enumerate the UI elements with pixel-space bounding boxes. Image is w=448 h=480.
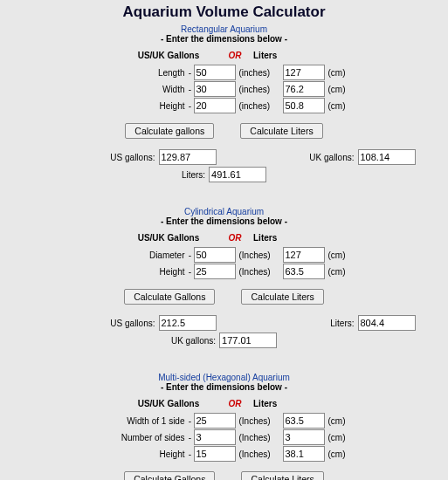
section-rectangular: Rectangular Aquarium - Enter the dimensi… (0, 24, 448, 182)
dash: - (187, 68, 194, 78)
header-or: OR (217, 399, 253, 408)
unit-cm: (cm) (325, 449, 358, 459)
hex-height-label: Height (91, 449, 187, 459)
rect-row-height: Height - (inches) (cm) (91, 98, 358, 113)
rect-width-in[interactable] (194, 81, 236, 97)
cyl-calculate-gallons-button[interactable]: Calculate Gallons (124, 289, 215, 305)
rect-header-row: US/UK Gallons OR Liters (0, 51, 448, 60)
unit-inches: (Inches) (236, 433, 283, 442)
header-liters: Liters (253, 233, 327, 243)
rect-us-gallons-label: US gallons: (33, 153, 159, 162)
rect-liters-output[interactable] (209, 167, 266, 182)
rect-width-label: Width (91, 85, 187, 94)
rect-liters-label: Liters: (182, 170, 209, 180)
header-liters: Liters (253, 51, 327, 60)
dash: - (187, 433, 194, 442)
cyl-us-gallons-output[interactable] (159, 315, 217, 331)
hex-height-in[interactable] (194, 446, 236, 462)
header-usuk: US/UK Gallons (121, 51, 217, 60)
rect-title: Rectangular Aquarium (0, 24, 448, 34)
dash: - (187, 85, 194, 94)
hex-sides-label: Number of sides (91, 433, 187, 442)
cyl-row-diameter: Diameter - (Inches) (cm) (91, 247, 358, 263)
hex-row-height: Height - (Inches) (cm) (91, 446, 358, 462)
rect-length-cm[interactable] (283, 65, 325, 80)
page-title: Aquarium Volume Calculator (0, 3, 448, 21)
unit-inches: (inches) (236, 101, 283, 111)
unit-cm: (cm) (325, 250, 358, 260)
cyl-uk-gallons-label: UK gallons: (171, 336, 219, 346)
cyl-liters-output[interactable] (358, 315, 416, 331)
unit-inches: (inches) (236, 85, 283, 94)
unit-inches: (Inches) (236, 250, 283, 260)
hex-calculate-liters-button[interactable]: Calculate Liters (241, 471, 323, 480)
unit-cm: (cm) (325, 68, 358, 78)
hex-title: Multi-sided (Hexagonal) Aquarium (0, 373, 448, 382)
rect-instruction: - Enter the dimensions below - (0, 34, 448, 44)
cyl-height-label: Height (91, 267, 187, 277)
rect-calculate-liters-button[interactable]: Calculate Liters (240, 123, 322, 139)
rect-height-label: Height (91, 101, 187, 111)
cyl-diameter-cm[interactable] (283, 247, 325, 263)
section-cylindrical: Cylindrical Aquarium - Enter the dimensi… (0, 207, 448, 348)
dash: - (187, 416, 194, 426)
cyl-calculate-liters-button[interactable]: Calculate Liters (241, 289, 323, 305)
rect-row-length: Length - (inches) (cm) (91, 65, 358, 80)
unit-inches: (Inches) (236, 449, 283, 459)
cyl-liters-label: Liters: (241, 319, 358, 328)
hex-instruction: - Enter the dimensions below - (0, 382, 448, 392)
header-usuk: US/UK Gallons (121, 399, 217, 408)
rect-calculate-gallons-button[interactable]: Calculate gallons (125, 123, 214, 139)
hex-height-cm[interactable] (283, 446, 325, 462)
rect-us-gallons-output[interactable] (159, 149, 217, 165)
cyl-diameter-in[interactable] (194, 247, 236, 263)
dash: - (187, 101, 194, 111)
rect-length-label: Length (91, 68, 187, 78)
hex-header-row: US/UK Gallons OR Liters (0, 399, 448, 408)
cyl-title: Cylindrical Aquarium (0, 207, 448, 216)
hex-row-sides: Number of sides - (Inches) (cm) (91, 429, 358, 445)
header-liters: Liters (253, 399, 327, 408)
rect-height-cm[interactable] (283, 98, 325, 113)
cyl-us-gallons-label: US gallons: (33, 319, 159, 328)
hex-calculate-gallons-button[interactable]: Calculate Gallons (124, 471, 215, 480)
rect-width-cm[interactable] (283, 81, 325, 97)
rect-uk-gallons-label: UK gallons: (241, 153, 358, 162)
hex-side-in[interactable] (194, 413, 236, 429)
rect-length-in[interactable] (194, 65, 236, 80)
header-usuk: US/UK Gallons (121, 233, 217, 243)
unit-inches: (Inches) (236, 416, 283, 426)
hex-sides-in[interactable] (194, 429, 236, 445)
cyl-instruction: - Enter the dimensions below - (0, 216, 448, 226)
section-hexagonal: Multi-sided (Hexagonal) Aquarium - Enter… (0, 373, 448, 480)
cyl-uk-gallons-output[interactable] (219, 333, 277, 348)
hex-sides-cm[interactable] (283, 429, 325, 445)
rect-row-width: Width - (inches) (cm) (91, 81, 358, 97)
unit-inches: (Inches) (236, 267, 283, 277)
cyl-header-row: US/UK Gallons OR Liters (0, 233, 448, 243)
rect-height-in[interactable] (194, 98, 236, 113)
cyl-height-cm[interactable] (283, 264, 325, 279)
unit-cm: (cm) (325, 101, 358, 111)
dash: - (187, 267, 194, 277)
header-or: OR (217, 233, 253, 243)
unit-inches: (inches) (236, 68, 283, 78)
hex-side-cm[interactable] (283, 413, 325, 429)
cyl-height-in[interactable] (194, 264, 236, 279)
unit-cm: (cm) (325, 416, 358, 426)
unit-cm: (cm) (325, 267, 358, 277)
hex-side-label: Width of 1 side (91, 416, 187, 426)
unit-cm: (cm) (325, 433, 358, 442)
rect-uk-gallons-output[interactable] (358, 149, 416, 165)
cyl-diameter-label: Diameter (91, 250, 187, 260)
cyl-row-height: Height - (Inches) (cm) (91, 264, 358, 279)
header-or: OR (217, 51, 253, 60)
dash: - (187, 449, 194, 459)
hex-row-side: Width of 1 side - (Inches) (cm) (91, 413, 358, 429)
dash: - (187, 250, 194, 260)
unit-cm: (cm) (325, 85, 358, 94)
